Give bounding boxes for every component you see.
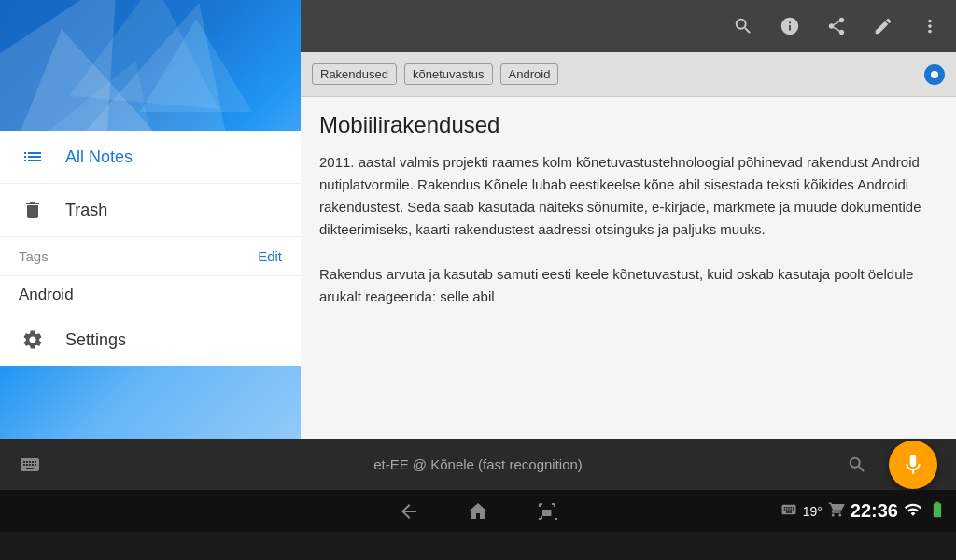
nav-recent-button[interactable] xyxy=(536,500,558,523)
info-button[interactable] xyxy=(773,9,807,43)
nav-home-button[interactable] xyxy=(467,500,489,523)
input-bar: et-EE @ Kõnele (fast recognition) xyxy=(0,439,956,490)
tags-bar: Rakendused kõnetuvastus Android xyxy=(301,52,956,97)
status-bar: et-EE @ Kõnele (fast recognition) xyxy=(0,439,956,560)
search-icon-bottom[interactable] xyxy=(840,448,874,482)
note-content: Mobiilirakendused 2011. aastal valmis pr… xyxy=(301,97,956,439)
nav-icons xyxy=(398,500,558,523)
more-button[interactable] xyxy=(913,9,947,43)
sidebar-item-trash[interactable]: Trash xyxy=(0,184,301,237)
keyboard-status-icon xyxy=(780,501,797,522)
keyboard-icon[interactable] xyxy=(19,454,41,476)
mic-button[interactable] xyxy=(889,441,937,489)
tags-edit-button[interactable]: Edit xyxy=(258,248,282,264)
all-notes-label: All Notes xyxy=(65,147,133,167)
search-button[interactable] xyxy=(726,9,760,43)
battery-icon xyxy=(928,500,947,523)
tags-label: Tags xyxy=(19,248,49,264)
android-tag-label: Android xyxy=(19,286,74,303)
sidebar-item-settings[interactable]: Settings xyxy=(0,314,301,366)
top-toolbar xyxy=(301,0,956,52)
tag-chip-rakendused[interactable]: Rakendused xyxy=(312,63,397,85)
status-icons: 19° 22:36 xyxy=(780,500,947,523)
nav-bar: 19° 22:36 xyxy=(0,490,956,532)
tag-chip-android[interactable]: Android xyxy=(500,63,559,85)
wifi-icon xyxy=(904,500,922,523)
sidebar-menu: All Notes Trash Tags Edit Android Settin… xyxy=(0,131,301,366)
all-notes-icon xyxy=(19,146,47,168)
trash-icon xyxy=(19,199,47,221)
temp-display: 19° xyxy=(803,504,822,519)
settings-icon xyxy=(19,329,47,351)
time-display: 22:36 xyxy=(851,500,898,522)
radio-button[interactable] xyxy=(924,64,945,85)
settings-label: Settings xyxy=(65,330,126,350)
sidebar-item-all-notes[interactable]: All Notes xyxy=(0,131,301,184)
share-button[interactable] xyxy=(820,9,853,43)
edit-button[interactable] xyxy=(866,9,900,43)
note-title: Mobiilirakendused xyxy=(319,112,937,138)
trash-label: Trash xyxy=(65,201,107,220)
cart-icon xyxy=(828,501,845,522)
sidebar-item-android[interactable]: Android xyxy=(0,276,301,314)
note-body: 2011. aastal valmis projekti raames kolm… xyxy=(319,151,937,308)
input-bar-language: et-EE @ Kõnele (fast recognition) xyxy=(373,456,583,472)
tag-chip-kõnetuvastus[interactable]: kõnetuvastus xyxy=(404,63,493,85)
nav-back-button[interactable] xyxy=(398,500,420,523)
tags-section: Tags Edit xyxy=(0,237,301,276)
